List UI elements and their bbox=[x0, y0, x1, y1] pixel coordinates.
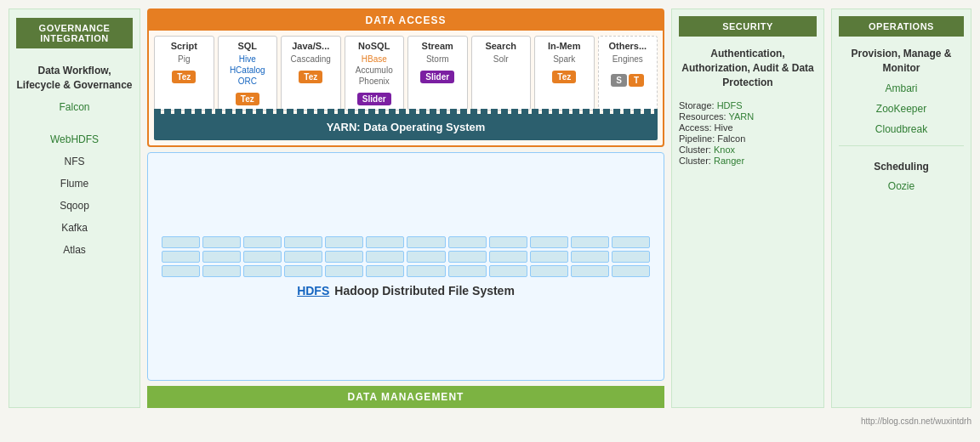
hdfs-cell bbox=[448, 236, 487, 248]
col-search-sub: Solr bbox=[493, 54, 509, 65]
hdfs-cell bbox=[366, 251, 404, 263]
col-sql-title: SQL bbox=[237, 41, 257, 51]
col-sql-badge: Tez bbox=[236, 93, 259, 105]
operations-title: OPERATIONS bbox=[839, 16, 964, 37]
hdfs-cell bbox=[571, 265, 609, 277]
col-others-badges: S T bbox=[611, 71, 644, 87]
col-stream-badge: Slider bbox=[420, 71, 454, 83]
kafka-text: Kafka bbox=[16, 222, 133, 234]
hdfs-link[interactable]: HDFS bbox=[297, 284, 329, 298]
operations-divider bbox=[839, 145, 964, 146]
hdfs-cell bbox=[407, 265, 445, 277]
operations-section2-title: Scheduling bbox=[839, 160, 964, 174]
hdfs-cell bbox=[243, 251, 282, 263]
col-search: Search Solr bbox=[471, 36, 532, 110]
hdfs-cell bbox=[325, 251, 363, 263]
col-inmem-badge: Tez bbox=[552, 71, 576, 83]
yarn-security-link[interactable]: YARN bbox=[729, 111, 755, 122]
data-management-bar: DATA MANAGEMENT bbox=[147, 386, 664, 408]
col-script-badge: Tez bbox=[172, 71, 196, 83]
webhdfs-link[interactable]: WebHDFS bbox=[16, 133, 133, 145]
cloudbreak-link[interactable]: Cloudbreak bbox=[839, 123, 964, 135]
oozie-link[interactable]: Oozie bbox=[839, 180, 964, 192]
hdfs-cell bbox=[571, 236, 609, 248]
col-nosql: NoSQL HBaseAccumuloPhoenix Slider bbox=[345, 36, 405, 110]
hdfs-cell bbox=[407, 251, 445, 263]
hdfs-cell bbox=[489, 251, 527, 263]
data-access-columns: Script Pig Tez SQL HiveHCatalogORC Tez J… bbox=[149, 31, 663, 110]
col-java: Java/S... Cascading Tez bbox=[281, 36, 341, 110]
governance-panel: GOVERNANCE INTEGRATION Data Workflow, Li… bbox=[9, 8, 140, 408]
hdfs-grid bbox=[153, 236, 658, 277]
hdfs-cell bbox=[162, 265, 200, 277]
hdfs-security-link[interactable]: HDFS bbox=[717, 100, 743, 110]
data-access-header: DATA ACCESS bbox=[149, 10, 663, 31]
footer-text: http://blog.csdn.net/wuxintdrh bbox=[0, 416, 980, 429]
data-access-section: DATA ACCESS Script Pig Tez SQL HiveHCata… bbox=[147, 8, 664, 147]
security-storage: Storage: HDFS bbox=[679, 100, 817, 110]
operations-section1-title: Provision, Manage & Monitor bbox=[839, 47, 964, 76]
hdfs-cell bbox=[407, 236, 445, 248]
col-java-title: Java/S... bbox=[292, 41, 329, 51]
hdfs-cell bbox=[530, 236, 568, 248]
center-panel: DATA ACCESS Script Pig Tez SQL HiveHCata… bbox=[147, 8, 664, 408]
col-search-title: Search bbox=[485, 41, 516, 51]
col-others-badge-s: S bbox=[611, 74, 627, 87]
col-java-sub: Cascading bbox=[291, 54, 331, 65]
hdfs-cell bbox=[284, 265, 322, 277]
col-nosql-badge: Slider bbox=[357, 93, 391, 105]
hdfs-cell bbox=[162, 251, 200, 263]
col-sql: SQL HiveHCatalogORC Tez bbox=[218, 36, 278, 110]
hdfs-cell bbox=[284, 251, 322, 263]
hdfs-cell bbox=[489, 265, 527, 277]
col-others-title: Others... bbox=[608, 41, 647, 51]
hdfs-cell bbox=[202, 236, 241, 248]
hdfs-cell bbox=[489, 236, 527, 248]
hdfs-cell bbox=[325, 265, 363, 277]
security-access: Access: Hive bbox=[679, 122, 817, 133]
security-cluster-knox: Cluster: Knox bbox=[679, 144, 817, 155]
nfs-text: NFS bbox=[16, 156, 133, 167]
hdfs-cell bbox=[366, 236, 404, 248]
flume-text: Flume bbox=[16, 178, 133, 190]
security-items: Storage: HDFS Resources: YARN Access: Hi… bbox=[679, 99, 817, 167]
knox-link[interactable]: Knox bbox=[714, 144, 735, 155]
ambari-link[interactable]: Ambari bbox=[839, 82, 964, 94]
col-java-badge: Tez bbox=[299, 71, 322, 83]
hdfs-cell bbox=[530, 265, 568, 277]
col-nosql-title: NoSQL bbox=[358, 41, 390, 51]
hdfs-cell bbox=[366, 265, 404, 277]
hdfs-cell bbox=[530, 251, 568, 263]
hdfs-cell bbox=[612, 251, 650, 263]
col-inmem: In-Mem Spark Tez bbox=[534, 36, 595, 110]
hdfs-label-row: HDFS Hadoop Distributed File System bbox=[297, 284, 515, 298]
security-pipeline: Pipeline: Falcon bbox=[679, 133, 817, 144]
col-stream-title: Stream bbox=[422, 41, 453, 51]
governance-section-title: Data Workflow, Lifecycle & Governance bbox=[16, 64, 133, 93]
hdfs-cell bbox=[612, 265, 650, 277]
col-script: Script Pig Tez bbox=[154, 36, 214, 110]
hdfs-cell bbox=[571, 251, 609, 263]
col-nosql-sub: HBaseAccumuloPhoenix bbox=[356, 54, 393, 87]
col-inmem-title: In-Mem bbox=[548, 41, 581, 51]
hdfs-cell bbox=[243, 236, 282, 248]
col-sql-sub: HiveHCatalogORC bbox=[230, 54, 265, 87]
operations-panel: OPERATIONS Provision, Manage & Monitor A… bbox=[831, 8, 971, 408]
hdfs-cell bbox=[448, 251, 487, 263]
security-panel: SECURITY Authentication, Authorization, … bbox=[671, 8, 824, 408]
hdfs-cell bbox=[612, 236, 650, 248]
hdfs-cell bbox=[325, 236, 363, 248]
security-resources: Resources: YARN bbox=[679, 111, 817, 122]
col-stream-sub: Storm bbox=[426, 54, 449, 65]
hdfs-cell bbox=[284, 236, 322, 248]
col-inmem-sub: Spark bbox=[553, 54, 575, 65]
security-section-title: Authentication, Authorization, Audit & D… bbox=[679, 47, 817, 89]
hdfs-cell bbox=[202, 265, 241, 277]
zookeeper-link[interactable]: ZooKeeper bbox=[839, 103, 964, 115]
sqoop-text: Sqoop bbox=[16, 200, 133, 212]
col-others: Others... Engines S T bbox=[598, 36, 658, 110]
ranger-link[interactable]: Ranger bbox=[714, 156, 744, 166]
hdfs-cell bbox=[448, 265, 487, 277]
col-others-badge-t: T bbox=[629, 74, 644, 87]
falcon-link[interactable]: Falcon bbox=[16, 101, 133, 113]
